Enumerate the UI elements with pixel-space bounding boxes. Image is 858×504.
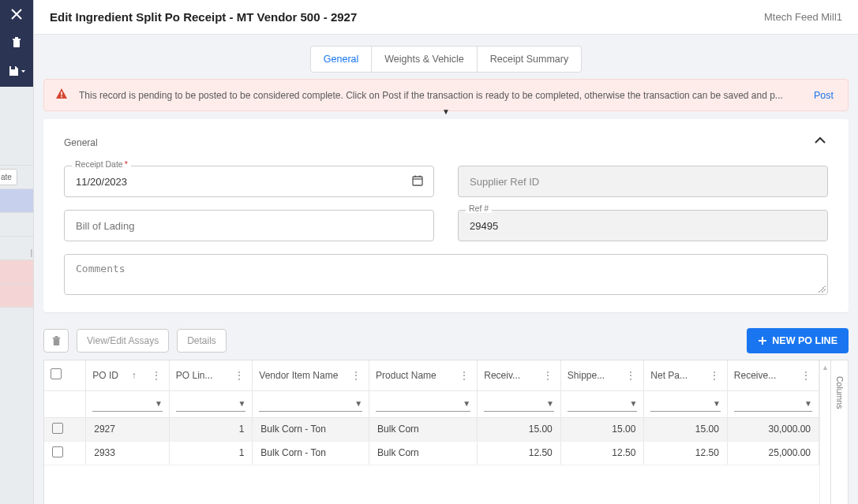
resize-handle-icon[interactable]	[818, 285, 826, 293]
filter-dropdown-icon[interactable]: ▼	[238, 399, 245, 408]
col-menu-icon[interactable]: ⋮	[350, 370, 362, 381]
col-menu-icon[interactable]: ⋮	[458, 370, 470, 381]
col-header-receive2[interactable]: Receive...	[734, 370, 776, 381]
col-header-received[interactable]: Receiv...	[484, 370, 520, 381]
filter-poid[interactable]: ▼	[92, 396, 163, 412]
calendar-icon[interactable]	[411, 174, 424, 189]
panel-title-general: General	[64, 137, 98, 148]
mill-label: Mtech Feed Mill1	[764, 11, 842, 23]
delete-icon[interactable]	[0, 28, 33, 57]
cell-prod: Bulk Corn	[369, 417, 478, 441]
filter-dropdown-icon[interactable]: ▼	[713, 399, 721, 408]
post-link[interactable]: Post	[814, 90, 837, 101]
col-menu-icon[interactable]: ⋮	[708, 370, 721, 381]
col-menu-icon[interactable]: ⋮	[541, 370, 554, 381]
page-title: Edit Ingredient Split Po Receipt - MT Ve…	[50, 10, 357, 24]
svg-rect-11	[54, 336, 58, 338]
col-header-shipped[interactable]: Shippe...	[568, 370, 605, 381]
filter-dropdown-icon[interactable]: ▼	[463, 399, 470, 408]
filter-dropdown-icon[interactable]: ▼	[546, 399, 554, 408]
table-row[interactable]: 2927 1 Bulk Corn - Ton Bulk Corn 15.00 1…	[44, 417, 819, 441]
filter-dropdown-icon[interactable]: ▼	[354, 399, 362, 408]
bill-of-lading-input[interactable]	[74, 219, 424, 233]
filter-vitem[interactable]: ▼	[259, 396, 362, 412]
cell-vitem: Bulk Corn - Ton	[253, 417, 369, 441]
filter-net[interactable]: ▼	[650, 396, 721, 412]
grid-scrollbar[interactable]: ▲	[819, 360, 830, 504]
cell-net: 12.50	[644, 441, 728, 465]
cell-poid: 2927	[86, 417, 170, 441]
pending-alert: This record is pending to be posted to b…	[43, 79, 849, 111]
svg-rect-0	[13, 40, 20, 47]
scroll-up-icon[interactable]: ▲	[822, 364, 829, 371]
filter-dropdown-icon[interactable]: ▼	[155, 399, 163, 408]
supplier-ref-input[interactable]	[468, 175, 818, 189]
sort-asc-icon[interactable]: ↑	[132, 370, 137, 381]
receipt-date-input[interactable]	[74, 175, 411, 189]
col-menu-icon[interactable]: ⋮	[800, 370, 812, 381]
col-menu-icon[interactable]: ⋮	[150, 370, 163, 381]
receipt-date-label: Receipt Date*	[72, 159, 131, 169]
alert-message: This record is pending to be posted to b…	[79, 90, 803, 101]
filter-poline[interactable]: ▼	[176, 396, 246, 412]
cell-poline: 1	[169, 417, 253, 441]
view-edit-assays-button[interactable]: View/Edit Assays	[77, 329, 169, 353]
col-menu-icon[interactable]: ⋮	[624, 370, 637, 381]
row-checkbox[interactable]	[52, 446, 63, 457]
filter-recv2[interactable]: ▼	[734, 396, 812, 412]
svg-rect-2	[15, 37, 18, 39]
col-header-product[interactable]: Product Name	[376, 370, 436, 381]
cell-poline: 1	[169, 441, 253, 465]
cell-net: 15.00	[644, 417, 728, 441]
panel-collapse-icon[interactable]	[812, 133, 828, 151]
col-menu-icon[interactable]: ⋮	[233, 370, 245, 381]
warning-icon	[55, 88, 68, 103]
background-ghost	[0, 142, 33, 457]
svg-rect-1	[13, 39, 21, 40]
col-header-poline[interactable]: PO Lin...	[176, 370, 213, 381]
ref-number-label: Ref #	[466, 203, 492, 213]
select-all-checkbox[interactable]	[51, 368, 62, 379]
filter-prod[interactable]: ▼	[376, 396, 470, 412]
svg-rect-10	[52, 337, 59, 338]
delete-row-button[interactable]	[43, 329, 69, 353]
tab-general[interactable]: General	[311, 47, 372, 72]
close-icon[interactable]	[0, 0, 33, 28]
cell-recv: 12.50	[478, 441, 561, 465]
save-icon[interactable]	[0, 57, 33, 85]
cell-ship: 12.50	[560, 441, 644, 465]
general-panel: General Receipt Date*	[43, 119, 849, 312]
new-po-line-button[interactable]: NEW PO LINE	[747, 328, 849, 353]
tab-bar: General Weights & Vehicle Receipt Summar…	[310, 46, 582, 73]
tab-weights-vehicle[interactable]: Weights & Vehicle	[372, 47, 478, 72]
alert-expand-icon[interactable]: ▼	[442, 107, 450, 116]
svg-rect-5	[413, 177, 422, 185]
filter-recv[interactable]: ▼	[484, 396, 554, 412]
filter-dropdown-icon[interactable]: ▼	[629, 399, 637, 408]
cell-poid: 2933	[86, 441, 170, 465]
details-button[interactable]: Details	[177, 329, 227, 353]
cell-recv2: 30,000.00	[727, 417, 819, 441]
cell-recv: 15.00	[478, 417, 561, 441]
ref-number-input[interactable]	[468, 219, 818, 233]
tab-receipt-summary[interactable]: Receipt Summary	[478, 47, 581, 72]
cell-ship: 15.00	[560, 417, 644, 441]
columns-side-button[interactable]: Columns	[835, 376, 845, 409]
filter-ship[interactable]: ▼	[568, 396, 638, 412]
svg-rect-9	[53, 338, 58, 345]
table-row[interactable]: 2933 1 Bulk Corn - Ton Bulk Corn 12.50 1…	[44, 441, 819, 465]
cell-prod: Bulk Corn	[369, 441, 478, 465]
cell-vitem: Bulk Corn - Ton	[253, 441, 369, 465]
col-header-poid[interactable]: PO ID	[92, 370, 118, 381]
col-header-net[interactable]: Net Pa...	[650, 370, 688, 381]
panel-drag-handle[interactable]: ||	[30, 248, 32, 257]
new-po-line-label: NEW PO LINE	[772, 335, 837, 346]
row-checkbox[interactable]	[52, 423, 63, 434]
cell-recv2: 25,000.00	[727, 441, 819, 465]
svg-rect-3	[61, 91, 62, 95]
comments-input[interactable]	[74, 261, 818, 288]
svg-rect-4	[61, 96, 62, 98]
col-header-vendor-item[interactable]: Vendor Item Name	[259, 370, 338, 381]
filter-dropdown-icon[interactable]: ▼	[804, 399, 812, 408]
